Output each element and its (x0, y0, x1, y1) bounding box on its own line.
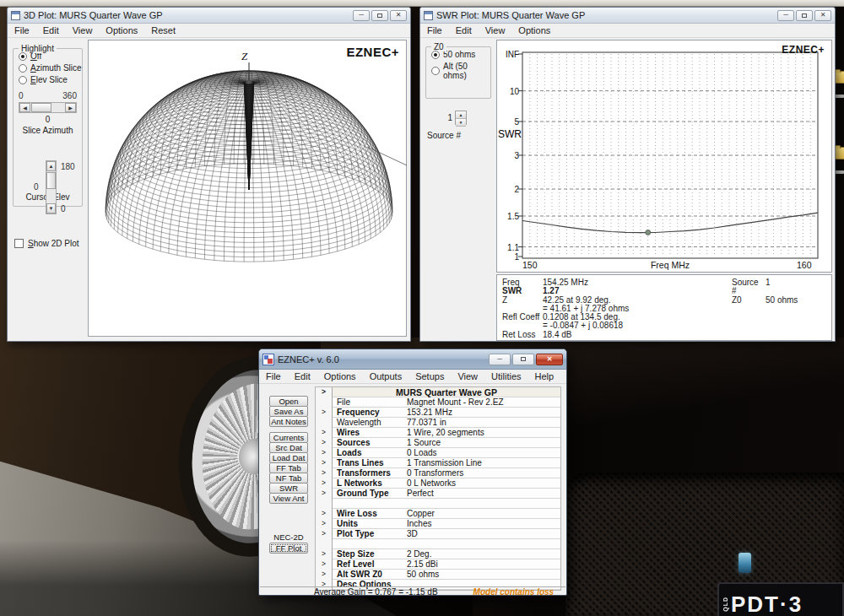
x-tick-150: 150 (522, 260, 538, 270)
row-expand-button[interactable]: > (316, 489, 333, 499)
menu-item[interactable]: Options (511, 24, 557, 36)
menu-item[interactable]: Setups (408, 370, 451, 382)
menu-item[interactable]: View (66, 24, 100, 36)
3d-plot-titlebar[interactable]: 3D Plot: MURS Quarter Wave GP ─ ✕ (8, 8, 410, 24)
panel-button[interactable]: Load Dat (269, 452, 308, 463)
panel-button[interactable]: View Ant (269, 493, 308, 504)
spin-up-icon[interactable]: ▲ (456, 111, 466, 119)
row-expand-button[interactable]: > (316, 570, 333, 580)
row-expand-button[interactable]: > (316, 529, 333, 539)
table-row: > Sources 1 Source (316, 438, 560, 448)
panel-button[interactable]: Currents (269, 432, 308, 443)
maximize-button[interactable] (371, 10, 388, 21)
menu-item[interactable]: View (479, 24, 512, 36)
menu-item[interactable]: Reset (144, 24, 182, 36)
row-expand-button[interactable] (316, 397, 333, 408)
panel-button[interactable]: Ant Notes (269, 416, 308, 427)
row-expand-button[interactable] (316, 499, 333, 509)
parameter-value: 153.21 MHz (407, 408, 560, 417)
table-row: > Units Inches (316, 519, 560, 529)
menu-item[interactable]: Outputs (363, 370, 409, 382)
radio-label: Azimuth Slice (30, 63, 82, 73)
row-expand-button[interactable]: > (316, 478, 333, 489)
swr-plot-titlebar[interactable]: SWR Plot: MURS Quarter Wave GP ─ ✕ (420, 8, 835, 24)
scroll-right-icon[interactable]: ▶ (65, 103, 76, 112)
menu-item[interactable]: Utilities (484, 370, 528, 382)
main-titlebar[interactable]: EZNEC+ v. 6.0 ─ ✕ (259, 349, 566, 370)
row-expand-button[interactable]: > (316, 428, 333, 438)
spin-down-icon[interactable]: ▼ (456, 119, 466, 127)
minimize-button[interactable]: ─ (777, 10, 794, 21)
row-expand-button[interactable]: > (316, 519, 333, 529)
menu-item[interactable]: Edit (449, 24, 479, 36)
menu-item[interactable]: File (259, 370, 288, 382)
radio-button[interactable] (431, 51, 440, 59)
row-expand-button[interactable]: > (316, 387, 333, 397)
menu-item[interactable]: Help (528, 370, 561, 382)
average-gain-status: Average Gain = 0.767 = -1.15 dB (314, 587, 438, 597)
parameter-value: 0 L Networks (407, 478, 560, 488)
row-expand-button[interactable]: > (316, 559, 333, 570)
scroll-down-icon[interactable]: ▼ (46, 203, 56, 213)
close-button[interactable]: ✕ (814, 10, 831, 21)
scroll-left-icon[interactable]: ◀ (19, 103, 30, 112)
parameter-value: Copper (407, 509, 560, 518)
row-expand-button[interactable] (316, 539, 333, 549)
row-expand-button[interactable]: > (316, 438, 333, 448)
table-row: > Wire Loss Copper (316, 509, 560, 519)
license-plate-region: QLD (722, 597, 728, 612)
radio-button[interactable] (19, 64, 27, 73)
y-tick-label: 1.1 (497, 243, 519, 252)
menu-item[interactable]: View (451, 370, 484, 382)
source-number-stepper[interactable]: ▲ ▼ (455, 111, 467, 125)
radio-button[interactable] (19, 52, 27, 61)
minimize-button[interactable]: ─ (353, 10, 370, 21)
x-axis-label: Freq MHz (632, 260, 708, 270)
row-expand-button[interactable]: > (316, 408, 333, 418)
row-expand-button[interactable]: > (316, 468, 333, 478)
eznec-main-window: EZNEC+ v. 6.0 ─ ✕ FileEditOptionsOutputs… (258, 349, 567, 596)
show-2d-plot-checkbox[interactable] (14, 239, 24, 248)
scroll-up-icon[interactable]: ▲ (46, 161, 56, 171)
parameter-label: Ref Level (333, 559, 407, 569)
row-expand-button[interactable]: > (316, 549, 333, 559)
parameter-value: 1 Wire, 20 segments (407, 428, 560, 437)
y-tick-label: 2 (497, 185, 519, 194)
parameter-label: Sources (333, 438, 407, 447)
menu-item[interactable]: Edit (288, 370, 317, 382)
slice-azimuth-scrollbar[interactable]: ◀ ▶ (19, 102, 77, 113)
row-expand-button[interactable]: > (316, 458, 333, 468)
minimize-button[interactable]: ─ (489, 354, 511, 365)
elev-value: 0 (61, 204, 66, 213)
view-button-group: CurrentsSrc DatLoad DatFF TabNF TabSWRVi… (269, 432, 308, 503)
radio-button[interactable] (19, 76, 27, 84)
panel-button[interactable]: Save As (269, 406, 308, 417)
3d-pattern-plot-area: EZNEC+ Z (88, 40, 407, 337)
parameter-label: Wavelength (333, 418, 407, 427)
swr-plot-area[interactable]: EZNEC+ SWR INF105321.51.11 150 Freq MHz … (496, 40, 832, 273)
menu-item[interactable]: File (8, 24, 36, 36)
row-expand-button[interactable]: > (316, 448, 333, 458)
eznec-brand: EZNEC+ (782, 44, 825, 56)
menu-item[interactable]: Edit (36, 24, 66, 36)
scroll-thumb[interactable] (31, 103, 51, 112)
ff-plot-button[interactable]: FF Plot (269, 543, 308, 554)
scroll-thumb[interactable] (46, 172, 56, 189)
menu-item[interactable]: Options (99, 24, 144, 36)
close-button[interactable]: ✕ (536, 354, 563, 365)
y-tick-label: 3 (497, 151, 519, 160)
maximize-button[interactable] (512, 354, 534, 365)
radio-button[interactable] (431, 67, 440, 75)
row-expand-button[interactable] (316, 418, 333, 428)
maximize-button[interactable] (796, 10, 813, 21)
parameter-label: Wire Loss (333, 509, 407, 518)
close-button[interactable]: ✕ (390, 10, 407, 21)
row-expand-button[interactable]: > (316, 509, 333, 519)
parameter-value: 77.0371 in (407, 418, 560, 427)
menu-item[interactable]: File (420, 24, 449, 36)
menu-item[interactable]: Options (317, 370, 363, 382)
table-row: > L Networks 0 L Networks (316, 478, 560, 489)
radiation-pattern-wireframe (89, 41, 408, 338)
cursor-elev-scrollbar[interactable]: ▲ ▼ (46, 160, 57, 214)
parameter-value: 3D (407, 529, 560, 538)
